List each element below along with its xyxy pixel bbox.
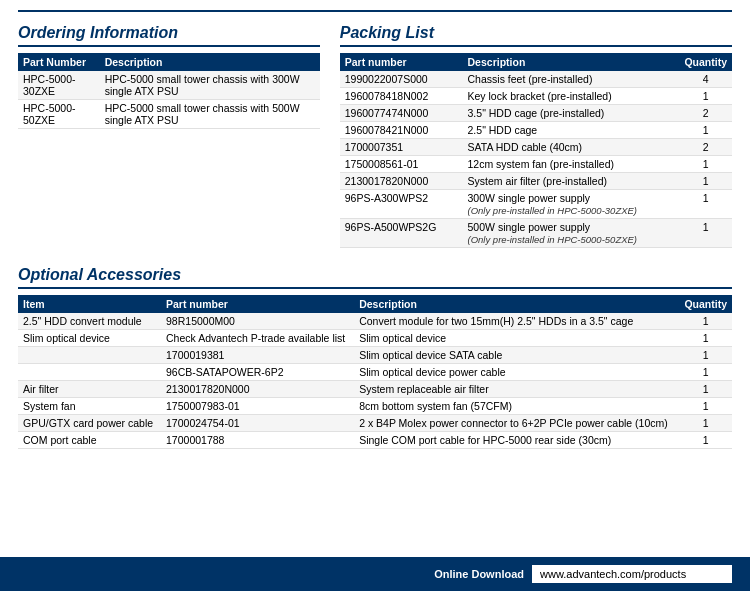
top-sections: Ordering Information Part Number Descrip… bbox=[18, 24, 732, 248]
packing-cell-part: 2130017820N000 bbox=[340, 173, 463, 190]
packing-cell-part: 1960078421N000 bbox=[340, 122, 463, 139]
packing-cell-desc: SATA HDD cable (40cm) bbox=[463, 139, 680, 156]
packing-table: Part number Description Quantity 1990022… bbox=[340, 53, 732, 248]
packing-cell-qty: 1 bbox=[679, 156, 732, 173]
packing-row: 1990022007S000 Chassis feet (pre-install… bbox=[340, 71, 732, 88]
optional-cell-item: System fan bbox=[18, 398, 161, 415]
optional-cell-item bbox=[18, 364, 161, 381]
packing-cell-qty: 2 bbox=[679, 139, 732, 156]
packing-cell-desc: 12cm system fan (pre-installed) bbox=[463, 156, 680, 173]
packing-cell-qty: 1 bbox=[679, 173, 732, 190]
optional-cell-part: 98R15000M00 bbox=[161, 313, 354, 330]
optional-cell-item: GPU/GTX card power cable bbox=[18, 415, 161, 432]
ordering-section: Ordering Information Part Number Descrip… bbox=[18, 24, 320, 248]
packing-cell-qty: 1 bbox=[679, 190, 732, 219]
footer: Online Download www.advantech.com/produc… bbox=[0, 557, 750, 591]
ordering-col-part: Part Number bbox=[18, 53, 100, 71]
packing-row: 2130017820N000 System air filter (pre-in… bbox=[340, 173, 732, 190]
optional-cell-part: 1750007983-01 bbox=[161, 398, 354, 415]
optional-cell-desc: Slim optical device bbox=[354, 330, 679, 347]
optional-cell-desc: System replaceable air filter bbox=[354, 381, 679, 398]
packing-cell-part: 96PS-A500WPS2G bbox=[340, 219, 463, 248]
optional-cell-item bbox=[18, 347, 161, 364]
ordering-table: Part Number Description HPC-5000-30ZXE H… bbox=[18, 53, 320, 129]
packing-col-qty: Quantity bbox=[679, 53, 732, 71]
optional-row: 1700019381 Slim optical device SATA cabl… bbox=[18, 347, 732, 364]
optional-col-qty: Quantity bbox=[679, 295, 732, 313]
optional-cell-desc: 2 x B4P Molex power connector to 6+2P PC… bbox=[354, 415, 679, 432]
packing-col-part: Part number bbox=[340, 53, 463, 71]
optional-cell-item: Air filter bbox=[18, 381, 161, 398]
optional-cell-qty: 1 bbox=[679, 398, 732, 415]
optional-cell-item: Slim optical device bbox=[18, 330, 161, 347]
optional-cell-qty: 1 bbox=[679, 330, 732, 347]
optional-col-item: Item bbox=[18, 295, 161, 313]
ordering-row: HPC-5000-50ZXE HPC-5000 small tower chas… bbox=[18, 100, 320, 129]
packing-cell-desc: 300W single power supply(Only pre-instal… bbox=[463, 190, 680, 219]
footer-url: www.advantech.com/products bbox=[532, 565, 732, 583]
page-content: Ordering Information Part Number Descrip… bbox=[0, 0, 750, 509]
packing-cell-qty: 1 bbox=[679, 122, 732, 139]
optional-cell-qty: 1 bbox=[679, 347, 732, 364]
optional-cell-part: 1700024754-01 bbox=[161, 415, 354, 432]
optional-cell-desc: Slim optical device power cable bbox=[354, 364, 679, 381]
optional-cell-part: 96CB-SATAPOWER-6P2 bbox=[161, 364, 354, 381]
packing-cell-part: 96PS-A300WPS2 bbox=[340, 190, 463, 219]
optional-row: Slim optical device Check Advantech P-tr… bbox=[18, 330, 732, 347]
packing-cell-part: 1700007351 bbox=[340, 139, 463, 156]
optional-section: Optional Accessories Item Part number De… bbox=[18, 266, 732, 449]
optional-cell-item: COM port cable bbox=[18, 432, 161, 449]
packing-row: 96PS-A300WPS2 300W single power supply(O… bbox=[340, 190, 732, 219]
optional-row: 2.5" HDD convert module 98R15000M00 Conv… bbox=[18, 313, 732, 330]
packing-cell-desc: 2.5" HDD cage bbox=[463, 122, 680, 139]
optional-cell-item: 2.5" HDD convert module bbox=[18, 313, 161, 330]
optional-cell-qty: 1 bbox=[679, 313, 732, 330]
footer-label: Online Download bbox=[434, 568, 524, 580]
packing-cell-qty: 1 bbox=[679, 88, 732, 105]
packing-cell-qty: 4 bbox=[679, 71, 732, 88]
packing-cell-desc: Chassis feet (pre-installed) bbox=[463, 71, 680, 88]
packing-cell-qty: 2 bbox=[679, 105, 732, 122]
packing-title: Packing List bbox=[340, 24, 732, 47]
optional-cell-qty: 1 bbox=[679, 364, 732, 381]
ordering-title: Ordering Information bbox=[18, 24, 320, 47]
packing-cell-desc: Key lock bracket (pre-installed) bbox=[463, 88, 680, 105]
optional-cell-qty: 1 bbox=[679, 415, 732, 432]
packing-cell-part: 1960077474N000 bbox=[340, 105, 463, 122]
optional-title: Optional Accessories bbox=[18, 266, 732, 289]
packing-section: Packing List Part number Description Qua… bbox=[340, 24, 732, 248]
packing-row: 1960077474N000 3.5" HDD cage (pre-instal… bbox=[340, 105, 732, 122]
optional-table: Item Part number Description Quantity 2.… bbox=[18, 295, 732, 449]
optional-cell-part: 1700019381 bbox=[161, 347, 354, 364]
optional-cell-desc: 8cm bottom system fan (57CFM) bbox=[354, 398, 679, 415]
optional-cell-qty: 1 bbox=[679, 432, 732, 449]
packing-cell-part: 1750008561-01 bbox=[340, 156, 463, 173]
optional-cell-part: Check Advantech P-trade available list bbox=[161, 330, 354, 347]
optional-row: System fan 1750007983-01 8cm bottom syst… bbox=[18, 398, 732, 415]
ordering-row: HPC-5000-30ZXE HPC-5000 small tower chas… bbox=[18, 71, 320, 100]
packing-cell-desc: 500W single power supply(Only pre-instal… bbox=[463, 219, 680, 248]
ordering-cell-part: HPC-5000-30ZXE bbox=[18, 71, 100, 100]
packing-row: 1700007351 SATA HDD cable (40cm) 2 bbox=[340, 139, 732, 156]
optional-row: Air filter 2130017820N000 System replace… bbox=[18, 381, 732, 398]
optional-cell-part: 2130017820N000 bbox=[161, 381, 354, 398]
optional-col-part: Part number bbox=[161, 295, 354, 313]
optional-cell-desc: Slim optical device SATA cable bbox=[354, 347, 679, 364]
packing-row: 96PS-A500WPS2G 500W single power supply(… bbox=[340, 219, 732, 248]
ordering-cell-part: HPC-5000-50ZXE bbox=[18, 100, 100, 129]
packing-cell-part: 1960078418N002 bbox=[340, 88, 463, 105]
optional-row: COM port cable 1700001788 Single COM por… bbox=[18, 432, 732, 449]
optional-cell-part: 1700001788 bbox=[161, 432, 354, 449]
packing-row: 1960078418N002 Key lock bracket (pre-ins… bbox=[340, 88, 732, 105]
optional-row: GPU/GTX card power cable 1700024754-01 2… bbox=[18, 415, 732, 432]
ordering-cell-desc: HPC-5000 small tower chassis with 500W s… bbox=[100, 100, 320, 129]
top-border bbox=[18, 10, 732, 12]
packing-cell-desc: System air filter (pre-installed) bbox=[463, 173, 680, 190]
packing-row: 1750008561-01 12cm system fan (pre-insta… bbox=[340, 156, 732, 173]
optional-col-desc: Description bbox=[354, 295, 679, 313]
packing-cell-part: 1990022007S000 bbox=[340, 71, 463, 88]
packing-cell-qty: 1 bbox=[679, 219, 732, 248]
optional-cell-desc: Convert module for two 15mm(H) 2.5" HDDs… bbox=[354, 313, 679, 330]
optional-cell-desc: Single COM port cable for HPC-5000 rear … bbox=[354, 432, 679, 449]
ordering-col-desc: Description bbox=[100, 53, 320, 71]
